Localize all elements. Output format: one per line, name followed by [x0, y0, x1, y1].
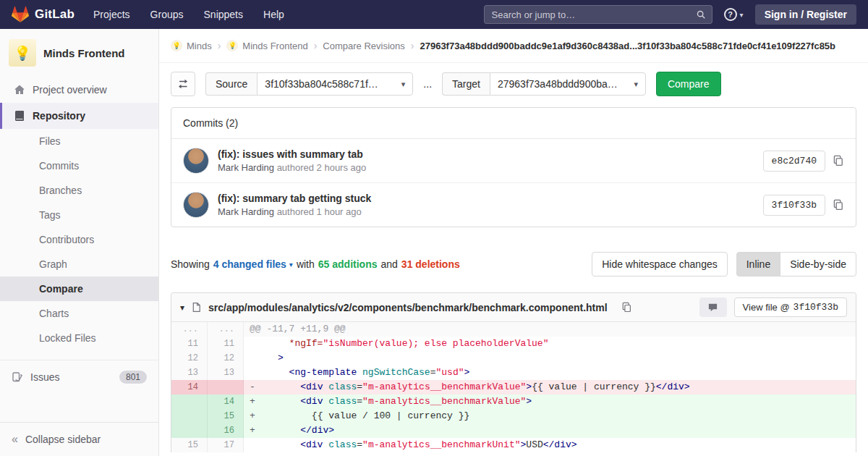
- compare-button[interactable]: Compare: [656, 72, 721, 96]
- changed-files-dropdown[interactable]: 4 changed files▾: [213, 258, 293, 270]
- new-line-number[interactable]: 11: [208, 337, 244, 351]
- project-avatar-small: 💡: [226, 40, 238, 51]
- additions-count: 65 additions: [318, 258, 378, 270]
- help-icon: ?: [724, 8, 737, 21]
- gitlab-compare-page: GitLab Projects Groups Snippets Help ? ▾…: [0, 0, 868, 456]
- sidebar-subitem-files[interactable]: Files: [0, 129, 158, 153]
- sidebar-item-project-overview[interactable]: Project overview: [0, 77, 158, 103]
- target-dropdown[interactable]: 27963f73a48bddd900ba… ▾: [490, 72, 646, 96]
- swap-revisions-button[interactable]: [171, 72, 195, 96]
- copy-path-button[interactable]: [621, 302, 632, 313]
- issues-section: Issues 801: [0, 360, 158, 391]
- sidebar-subitem-compare[interactable]: Compare: [0, 276, 158, 301]
- breadcrumb-current-sha: 27963f73a48bddd900baddc9e1af9d360c8438ad…: [420, 41, 835, 51]
- new-line-number[interactable]: ...: [208, 322, 244, 337]
- chevron-down-icon: ▾: [289, 261, 293, 269]
- commit-author-avatar[interactable]: [183, 192, 209, 218]
- old-line-number[interactable]: ...: [171, 322, 208, 337]
- view-file-sha: 3f10f33b: [793, 302, 838, 313]
- new-line-number[interactable]: 15: [208, 409, 244, 423]
- new-line-number[interactable]: 17: [208, 438, 244, 452]
- revision-range-separator: ...: [423, 78, 432, 90]
- commit-author-avatar[interactable]: [183, 148, 209, 174]
- source-dropdown[interactable]: 3f10f33ba804c588c71f… ▾: [257, 72, 413, 96]
- sidebar-subitem-charts[interactable]: Charts: [0, 301, 158, 326]
- sidebar-item-repository[interactable]: Repository: [0, 103, 158, 129]
- collapse-diff-caret-icon[interactable]: ▾: [180, 303, 184, 313]
- toggle-comments-button[interactable]: [699, 297, 727, 317]
- sidebar-nav: Project overview Repository Files Commit…: [0, 77, 158, 391]
- sidebar-subitem-graph[interactable]: Graph: [0, 252, 158, 276]
- inline-toggle-button[interactable]: Inline: [736, 252, 780, 276]
- sidebar-subitem-locked-files[interactable]: Locked Files: [0, 326, 158, 350]
- commit-sha[interactable]: e8c2d740: [763, 151, 825, 172]
- sidebar-subitem-branches[interactable]: Branches: [0, 178, 158, 203]
- old-line-number[interactable]: 14: [171, 380, 208, 394]
- diff-line-content: + {{ value / 100 | currency }}: [244, 409, 856, 423]
- nav-item-snippets[interactable]: Snippets: [204, 9, 243, 20]
- commit-author-name[interactable]: Mark Harding: [218, 206, 274, 217]
- navbar-right: ? ▾ Sign in / Register: [484, 4, 856, 25]
- file-icon: [191, 302, 202, 313]
- old-line-number[interactable]: 12: [171, 351, 208, 366]
- hide-whitespace-button[interactable]: Hide whitespace changes: [592, 252, 728, 276]
- old-line-number[interactable]: [171, 394, 208, 409]
- project-header[interactable]: 💡 Minds Frontend: [0, 29, 158, 77]
- project-avatar: 💡: [9, 39, 36, 67]
- old-line-number[interactable]: 11: [171, 337, 208, 351]
- diff-sign: -: [250, 381, 255, 392]
- diff-line-content: *ngIf="isNumber(value); else placeholder…: [244, 337, 856, 351]
- commit-sha[interactable]: 3f10f33b: [763, 195, 825, 216]
- search-input[interactable]: [492, 9, 696, 20]
- commit-title-link[interactable]: (fix): summary tab getting stuck: [218, 193, 763, 204]
- new-line-number[interactable]: 16: [208, 423, 244, 438]
- breadcrumb-separator: ›: [314, 40, 318, 51]
- new-line-number[interactable]: 13: [208, 366, 244, 380]
- sidebar-subitem-commits[interactable]: Commits: [0, 153, 158, 178]
- sidebar-item-issues[interactable]: Issues 801: [0, 363, 158, 391]
- copy-sha-button[interactable]: [833, 199, 844, 211]
- commit-author-name[interactable]: Mark Harding: [218, 162, 274, 173]
- comment-icon: [707, 302, 718, 313]
- nav-item-help[interactable]: Help: [263, 9, 284, 20]
- commit-row: (fix): issues with summary tab Mark Hard…: [171, 139, 856, 182]
- summary-text: Showing 4 changed files▾ with 65 additio…: [171, 258, 460, 270]
- nav-item-projects[interactable]: Projects: [93, 9, 130, 20]
- collapse-sidebar-button[interactable]: « Collapse sidebar: [0, 422, 158, 456]
- view-file-button[interactable]: View file @ 3f10f33b: [734, 297, 847, 317]
- breadcrumb-item-minds-frontend[interactable]: 💡 Minds Frontend: [226, 40, 307, 51]
- gitlab-brand[interactable]: GitLab: [12, 6, 75, 23]
- search-icon[interactable]: [696, 9, 706, 20]
- home-icon: [14, 84, 25, 96]
- old-line-number[interactable]: 13: [171, 366, 208, 380]
- commit-meta: Mark Harding authored 1 hour ago: [218, 206, 763, 217]
- new-line-number[interactable]: 14: [208, 394, 244, 409]
- help-menu[interactable]: ? ▾: [724, 8, 744, 21]
- compare-form: Source 3f10f33ba804c588c71f… ▾ ... Targe…: [171, 72, 856, 96]
- diff-line: 1212 >: [171, 351, 856, 366]
- copy-sha-button[interactable]: [833, 155, 844, 166]
- sidebar-subitem-contributors[interactable]: Contributors: [0, 227, 158, 252]
- project-name: Minds Frontend: [43, 47, 125, 59]
- commit-row: (fix): summary tab getting stuck Mark Ha…: [171, 182, 856, 227]
- diff-line: 15+ {{ value / 100 | currency }}: [171, 409, 856, 423]
- breadcrumb-item-compare-revisions[interactable]: Compare Revisions: [323, 41, 404, 51]
- copy-icon: [833, 155, 844, 166]
- breadcrumb-item-minds[interactable]: 💡 Minds: [171, 40, 212, 51]
- new-line-number[interactable]: 12: [208, 351, 244, 366]
- old-line-number[interactable]: [171, 423, 208, 438]
- nav-item-groups[interactable]: Groups: [150, 9, 184, 20]
- new-line-number[interactable]: [208, 380, 244, 394]
- commit-title-link[interactable]: (fix): issues with summary tab: [218, 148, 763, 160]
- old-line-number[interactable]: 15: [171, 438, 208, 452]
- diff-line-content: + <div class="m-analytics__benchmarkValu…: [244, 394, 856, 409]
- showing-label: Showing: [171, 258, 210, 270]
- main-nav: Projects Groups Snippets Help: [93, 9, 284, 20]
- old-line-number[interactable]: [171, 409, 208, 423]
- sidebar-item-label: Repository: [33, 110, 85, 122]
- diff-line-content: + </div>: [244, 423, 856, 438]
- sidebar-subitem-tags[interactable]: Tags: [0, 203, 158, 227]
- side-by-side-toggle-button[interactable]: Side-by-side: [780, 252, 856, 276]
- signin-register-button[interactable]: Sign in / Register: [755, 4, 856, 25]
- file-path[interactable]: src/app/modules/analytics/v2/components/…: [208, 302, 608, 313]
